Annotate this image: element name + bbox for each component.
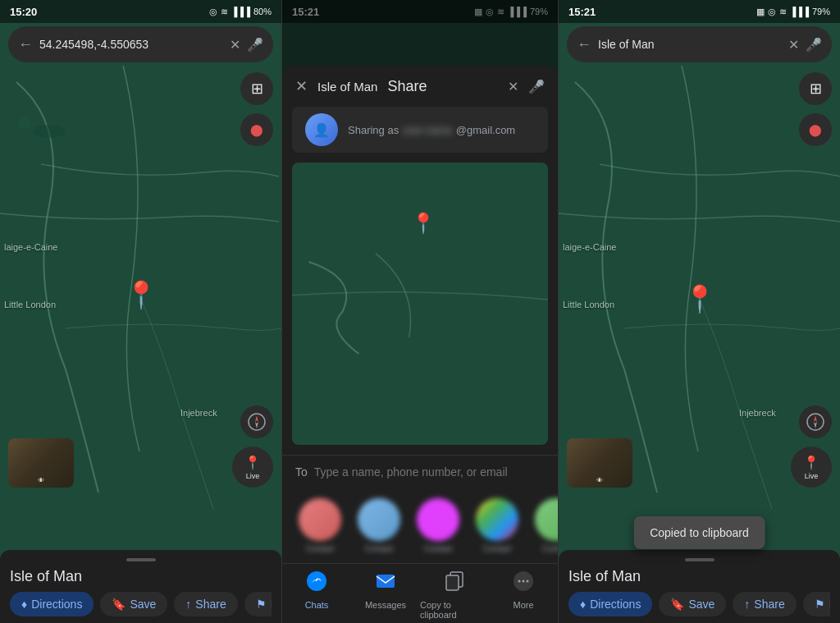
contacts-row: Contact Contact Contact Contact Contact	[282, 488, 558, 563]
notification-icon-right: ▦	[756, 7, 765, 17]
signal-icon-left: ▐▐▐	[231, 7, 250, 16]
share-header: ✕ Isle of Man Share ✕ 🎤	[282, 66, 558, 107]
left-panel: laige-e-Caine Little London Injebreck 15…	[0, 0, 281, 623]
contact-avatar-2	[358, 498, 400, 541]
mic-button-left[interactable]: 🎤	[247, 37, 263, 53]
share-button-left[interactable]: ↑ Share	[174, 592, 237, 616]
nav-more[interactable]: More	[489, 570, 558, 620]
save-button-left[interactable]: 🔖 Save	[100, 592, 167, 616]
contact-item-1[interactable]: Contact	[295, 498, 345, 553]
red-indicator-left[interactable]: ⬤	[240, 113, 273, 146]
share-mic-icon[interactable]: 🎤	[528, 79, 545, 94]
messages-label: Messages	[365, 600, 406, 610]
share-button-right[interactable]: ↑ Share	[733, 592, 796, 616]
lab-button-right[interactable]: ⚑ Lab	[803, 592, 830, 616]
map-label-little-london-left: Little London	[4, 300, 56, 309]
live-button-right[interactable]: 📍 Live	[791, 447, 832, 488]
search-bar-left[interactable]: ← 54.245498,-4.550653 ✕ 🎤	[8, 26, 273, 62]
bottom-nav: Chats Messages Copy to c	[282, 563, 558, 623]
live-icon-left: 📍	[244, 455, 261, 470]
user-avatar-img: 👤	[305, 113, 338, 146]
directions-button-left[interactable]: ♦ Directions	[10, 592, 94, 616]
bottom-panel-left: Isle of Man ♦ Directions 🔖 Save ↑ Share …	[0, 550, 281, 623]
back-button-right[interactable]: ←	[577, 36, 591, 53]
status-icons-left: ◎ ≋ ▐▐▐ 80%	[209, 7, 272, 17]
compass-button-left[interactable]	[240, 405, 273, 438]
street-view-label-right: 👁	[596, 477, 603, 484]
status-time-left: 15:20	[10, 6, 37, 18]
map-pin-right: 📍	[683, 283, 716, 314]
contact-name-4: Contact	[483, 544, 511, 553]
mic-button-right[interactable]: 🎤	[806, 37, 822, 53]
share-map-pin: 📍	[411, 212, 436, 235]
to-field[interactable]: To	[282, 455, 558, 488]
svg-point-11	[518, 580, 521, 583]
map-label-laige-right: laige-e-Caine	[563, 242, 616, 252]
bottom-handle-left	[126, 558, 156, 561]
action-buttons-left: ♦ Directions 🔖 Save ↑ Share ⚑ Lab	[10, 592, 272, 616]
nav-chats[interactable]: Chats	[282, 570, 351, 620]
action-buttons-right: ♦ Directions 🔖 Save ↑ Share ⚑ Lab	[568, 592, 830, 616]
back-button-left[interactable]: ←	[18, 36, 33, 53]
contact-item-2[interactable]: Contact	[354, 498, 404, 553]
map-label-injebreck-left: Injebreck	[180, 408, 217, 418]
layer-button-left[interactable]: ⊞	[240, 72, 273, 105]
sharing-as-row: 👤 Sharing as user.name @gmail.com	[292, 107, 548, 153]
live-label-right: Live	[805, 472, 819, 480]
status-bar-right: 15:21 ▦ ◎ ≋ ▐▐▐ 79%	[559, 0, 840, 23]
wifi-icon-left: ≋	[221, 7, 228, 17]
clear-button-right[interactable]: ✕	[788, 37, 799, 53]
status-icons-right: ▦ ◎ ≋ ▐▐▐ 79%	[756, 7, 830, 17]
chats-label: Chats	[305, 600, 329, 610]
contact-avatar-5	[535, 498, 558, 541]
nav-messages[interactable]: Messages	[351, 570, 420, 620]
copy-label: Copy to clipboard	[420, 600, 489, 620]
nav-copy[interactable]: Copy to clipboard	[420, 570, 489, 620]
header-icons: ✕ 🎤	[508, 79, 545, 94]
street-view-thumb-right[interactable]: 👁	[567, 438, 632, 488]
battery-right: 79%	[812, 7, 830, 16]
map-background-left	[0, 0, 281, 623]
close-share-button[interactable]: ✕	[295, 77, 308, 95]
directions-label-right: Directions	[590, 598, 641, 611]
live-button-left[interactable]: 📍 Live	[232, 447, 273, 488]
save-button-right[interactable]: 🔖 Save	[659, 592, 726, 616]
save-label-right: Save	[688, 598, 714, 611]
status-bar-left: 15:20 ◎ ≋ ▐▐▐ 80%	[0, 0, 281, 23]
lab-label-right: Lab	[829, 598, 830, 611]
contact-name-1: Contact	[306, 544, 334, 553]
directions-button-right[interactable]: ♦ Directions	[568, 592, 652, 616]
lab-icon-left: ⚑	[256, 598, 267, 611]
search-text-left[interactable]: 54.245498,-4.550653	[39, 38, 223, 51]
toast-notification: Copied to clipboard	[633, 516, 765, 549]
right-panel: laige-e-Caine Little London Injebreck 15…	[559, 0, 840, 623]
search-text-right[interactable]: Isle of Man	[598, 38, 782, 51]
svg-marker-3	[255, 415, 258, 422]
copy-icon	[444, 570, 465, 597]
clear-button-left[interactable]: ✕	[230, 37, 240, 53]
street-view-thumb-left[interactable]: 👁	[8, 438, 74, 488]
more-label: More	[513, 600, 533, 610]
user-avatar: 👤	[305, 113, 338, 146]
share-label-right: Share	[754, 598, 784, 611]
share-x-icon[interactable]: ✕	[508, 79, 518, 94]
red-indicator-right[interactable]: ⬤	[799, 113, 832, 146]
to-input[interactable]	[314, 465, 545, 479]
lab-button-left[interactable]: ⚑ Lab	[244, 592, 272, 616]
share-icon-right: ↑	[744, 598, 750, 611]
messages-icon	[375, 570, 396, 597]
layer-button-right[interactable]: ⊞	[799, 72, 832, 105]
lab-icon-right: ⚑	[815, 598, 825, 611]
toast-text: Copied to clipboard	[650, 526, 749, 539]
contact-item-3[interactable]: Contact	[413, 498, 463, 553]
directions-icon-right: ♦	[580, 598, 586, 611]
wifi-icon-right: ≋	[779, 7, 787, 17]
location-icon-right: ◎	[768, 7, 776, 17]
contact-item-5[interactable]: Contact	[532, 498, 558, 553]
compass-button-right[interactable]	[799, 405, 832, 438]
search-bar-right[interactable]: ← Isle of Man ✕ 🎤	[567, 26, 832, 62]
svg-point-0	[18, 117, 31, 130]
svg-rect-7	[377, 575, 395, 588]
directions-icon-left: ♦	[21, 598, 27, 611]
contact-item-4[interactable]: Contact	[472, 498, 522, 553]
